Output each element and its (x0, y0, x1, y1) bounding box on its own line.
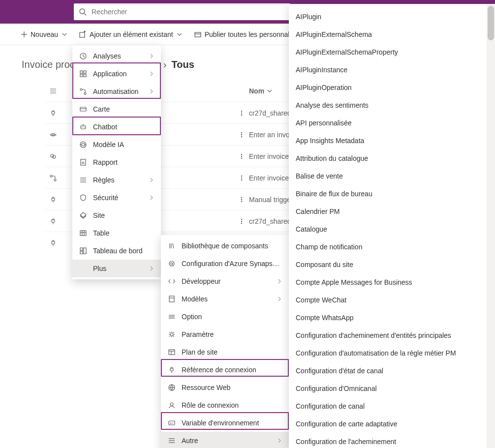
menu-item-champ-de-notification[interactable]: Champ de notification (289, 238, 492, 256)
menu-item-aipluginexternalschemaproperty[interactable]: AIPluginExternalSchemaProperty (289, 43, 492, 61)
row-more-icon[interactable] (234, 153, 249, 160)
menu-item-aiplugininstance[interactable]: AIPluginInstance (289, 61, 492, 79)
menu-item-table[interactable]: Table (72, 224, 161, 242)
svg-rect-35 (52, 198, 55, 201)
new-menu-plus[interactable]: Bibliothèque de composants Configuration… (161, 235, 289, 448)
menu-item-mod-le-ia[interactable]: Modèle IA (72, 136, 161, 153)
row-more-icon[interactable] (234, 175, 249, 181)
menu-item-calendrier-pm[interactable]: Calendrier PM (289, 203, 492, 220)
menu-item-binaire-de-flux-de-bureau[interactable]: Binaire de flux de bureau (289, 185, 492, 203)
scrollbar-thumb[interactable] (488, 6, 494, 40)
site-icon (79, 211, 87, 219)
menu-item-automatisation[interactable]: Automatisation (72, 83, 161, 100)
svg-line-60 (83, 56, 85, 57)
menu-item-aipluginexternalschema[interactable]: AIPluginExternalSchema (289, 26, 492, 43)
menu-item-compte-apple-messages-for-business[interactable]: Compte Apple Messages for Business (289, 273, 492, 291)
svg-rect-64 (84, 74, 86, 77)
menu-item-plus[interactable]: Plus (72, 260, 161, 277)
menu-item-label: Variable d'environnement (182, 419, 282, 427)
scrollbar-track[interactable] (487, 4, 495, 448)
menu-item-api-personnalis-e[interactable]: API personnalisée (289, 114, 492, 132)
svg-point-17 (241, 110, 242, 111)
menu-item-configuration-de-l-acheminement[interactable]: Configuration de l'acheminement (289, 433, 492, 448)
chevron-right-icon (277, 279, 282, 284)
menu-item-composant-du-site[interactable]: Composant du site (289, 256, 492, 273)
menu-item-aipluginoperation[interactable]: AIPluginOperation (289, 79, 492, 96)
svg-rect-69 (81, 125, 86, 129)
menu-item-compte-whatsapp[interactable]: Compte WhatsApp (289, 309, 492, 327)
row-more-icon[interactable] (234, 110, 249, 117)
row-type-icon (44, 131, 62, 139)
svg-point-21 (241, 132, 242, 133)
row-type-icon (44, 109, 62, 117)
svg-point-18 (241, 112, 242, 113)
add-existing-button[interactable]: Ajouter un élément existant (74, 26, 187, 43)
menu-item-configuration-de-carte-adaptative[interactable]: Configuration de carte adaptative (289, 415, 492, 433)
menu-item-r-le-de-connexion[interactable]: Rôle de connexion (161, 396, 289, 414)
menu-item-configuration-d-omnicanal[interactable]: Configuration d'Omnicanal (289, 380, 492, 397)
svg-point-29 (50, 175, 52, 177)
synapse-icon (168, 260, 176, 268)
svg-point-94 (169, 261, 174, 266)
menu-item-d-veloppeur[interactable]: Développeur (161, 272, 289, 290)
menu-item-carte[interactable]: Carte (72, 100, 161, 118)
menu-item-autre[interactable]: Autre (161, 432, 289, 448)
chevron-right-icon (149, 266, 154, 271)
menu-item-configuration-d-automatisation-de-la-r-gle-m-tier-pm[interactable]: Configuration d'automatisation de la règ… (289, 344, 492, 362)
menu-item-r-f-rence-de-connexion[interactable]: Référence de connexion (161, 361, 289, 379)
menu-item-site[interactable]: Site (72, 207, 161, 224)
menu-item-chatbot[interactable]: Chatbot (72, 118, 161, 136)
menu-item-label: Analyses (93, 52, 143, 60)
var-icon: x= (168, 419, 176, 427)
menu-item-configuration-d-tat-de-canal[interactable]: Configuration d'état de canal (289, 362, 492, 380)
breadcrumb-root[interactable]: Invoice proc (22, 59, 75, 70)
menu-item-ressource-web[interactable]: Ressource Web (161, 379, 289, 396)
menu-item-option[interactable]: Option (161, 308, 289, 326)
table-icon (79, 229, 87, 237)
search-box[interactable] (74, 3, 290, 20)
menu-item-configuration-d-azure-synapse-link[interactable]: Configuration d'Azure Synapse Link (161, 255, 289, 272)
menu-item-plan-de-site[interactable]: Plan de site (161, 343, 289, 361)
row-more-icon[interactable] (234, 131, 249, 138)
menu-item-mod-les[interactable]: Modèles (161, 290, 289, 308)
row-more-icon[interactable] (234, 196, 249, 203)
menu-item-balise-de-vente[interactable]: Balise de vente (289, 167, 492, 185)
tmpl-icon (168, 295, 176, 303)
menu-item-param-tre[interactable]: Paramètre (161, 326, 289, 343)
new-menu-autre[interactable]: AIPluginAIPluginExternalSchemaAIPluginEx… (289, 4, 492, 448)
menu-item-label: Site (93, 211, 154, 219)
menu-item-label: Application (93, 70, 143, 78)
search-icon (79, 8, 87, 16)
menu-item-biblioth-que-de-composants[interactable]: Bibliothèque de composants (161, 237, 289, 255)
menu-item-rapport[interactable]: Rapport (72, 153, 161, 171)
menu-item-configuration-de-canal[interactable]: Configuration de canal (289, 397, 492, 415)
menu-item-label: Configuration d'Azure Synapse Link (182, 260, 282, 268)
menu-item-app-insights-metadata[interactable]: App Insights Metadata (289, 132, 492, 149)
row-more-icon[interactable] (234, 218, 249, 225)
svg-point-19 (241, 114, 242, 115)
menu-item-attribution-du-catalogue[interactable]: Attribution du catalogue (289, 149, 492, 167)
menu-item-compte-wechat[interactable]: Compte WeChat (289, 291, 492, 309)
svg-point-49 (241, 222, 242, 223)
menu-item-tableau-de-bord[interactable]: Tableau de bord (72, 242, 161, 260)
menu-item-label: Règles (93, 176, 143, 184)
new-menu[interactable]: Analyses Application Automatisation Cart… (72, 45, 161, 279)
chevron-down-icon (62, 32, 67, 37)
menu-item-label: Ressource Web (182, 384, 282, 391)
publish-all-button[interactable]: Publier toutes les personnalis (189, 26, 300, 43)
new-button[interactable]: Nouveau (16, 26, 72, 43)
menu-item-analyse-des-sentiments[interactable]: Analyse des sentiments (289, 96, 492, 114)
svg-rect-7 (195, 32, 201, 37)
menu-item-variable-d-environnement[interactable]: x= Variable d'environnement (161, 414, 289, 432)
svg-point-73 (82, 143, 85, 146)
row-type-icon (44, 196, 62, 204)
menu-item-aiplugin[interactable]: AIPlugin (289, 8, 492, 26)
menu-item-label: Référence de connexion (182, 366, 282, 374)
menu-item-application[interactable]: Application (72, 65, 161, 83)
menu-item-catalogue[interactable]: Catalogue (289, 220, 492, 238)
menu-item-s-curit-[interactable]: Sécurité (72, 189, 161, 207)
search-input[interactable] (92, 8, 285, 16)
menu-item-analyses[interactable]: Analyses (72, 47, 161, 65)
menu-item-r-gles[interactable]: Règles (72, 171, 161, 189)
menu-item-configuration-d-acheminement-d-entit-s-principales[interactable]: Configuration d'acheminement d'entités p… (289, 327, 492, 344)
